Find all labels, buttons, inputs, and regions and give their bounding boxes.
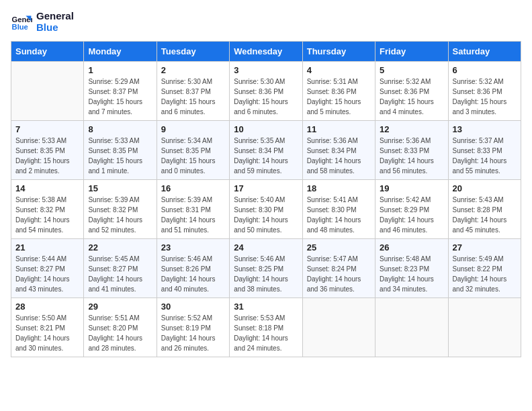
day-info: Sunrise: 5:29 AMSunset: 8:37 PMDaylight:…	[88, 77, 152, 117]
day-info: Sunrise: 5:30 AMSunset: 8:37 PMDaylight:…	[161, 77, 225, 117]
calendar-cell: 4Sunrise: 5:31 AMSunset: 8:36 PMDaylight…	[302, 62, 375, 121]
day-info: Sunrise: 5:39 AMSunset: 8:31 PMDaylight:…	[161, 195, 225, 235]
calendar-cell	[375, 298, 448, 357]
calendar-cell: 20Sunrise: 5:43 AMSunset: 8:28 PMDayligh…	[448, 180, 521, 239]
calendar-cell: 13Sunrise: 5:37 AMSunset: 8:33 PMDayligh…	[448, 121, 521, 180]
calendar-cell: 23Sunrise: 5:46 AMSunset: 8:26 PMDayligh…	[157, 239, 229, 298]
day-number: 8	[88, 124, 152, 134]
day-number: 22	[88, 242, 152, 253]
calendar-cell: 8Sunrise: 5:33 AMSunset: 8:35 PMDaylight…	[84, 121, 157, 180]
day-info: Sunrise: 5:42 AMSunset: 8:29 PMDaylight:…	[380, 195, 443, 235]
calendar-cell: 29Sunrise: 5:51 AMSunset: 8:20 PMDayligh…	[84, 298, 157, 357]
day-number: 25	[307, 242, 371, 253]
weekday-header-tuesday: Tuesday	[157, 42, 229, 62]
calendar-cell: 16Sunrise: 5:39 AMSunset: 8:31 PMDayligh…	[157, 180, 229, 239]
svg-text:Blue: Blue	[12, 23, 28, 31]
day-number: 2	[161, 65, 225, 75]
calendar-table: SundayMondayTuesdayWednesdayThursdayFrid…	[11, 41, 521, 357]
day-info: Sunrise: 5:32 AMSunset: 8:36 PMDaylight:…	[453, 77, 517, 117]
day-number: 12	[380, 124, 443, 134]
calendar-cell: 26Sunrise: 5:48 AMSunset: 8:23 PMDayligh…	[375, 239, 448, 298]
day-number: 15	[88, 183, 152, 193]
day-info: Sunrise: 5:46 AMSunset: 8:26 PMDaylight:…	[161, 254, 225, 294]
day-info: Sunrise: 5:38 AMSunset: 8:32 PMDaylight:…	[15, 195, 79, 235]
day-info: Sunrise: 5:34 AMSunset: 8:35 PMDaylight:…	[161, 136, 225, 176]
calendar-cell: 9Sunrise: 5:34 AMSunset: 8:35 PMDaylight…	[157, 121, 229, 180]
day-number: 19	[380, 183, 443, 193]
calendar-cell: 25Sunrise: 5:47 AMSunset: 8:24 PMDayligh…	[302, 239, 375, 298]
day-number: 11	[307, 124, 371, 134]
day-number: 21	[15, 242, 79, 253]
day-info: Sunrise: 5:45 AMSunset: 8:27 PMDaylight:…	[88, 254, 152, 294]
day-number: 30	[161, 302, 225, 312]
day-info: Sunrise: 5:44 AMSunset: 8:27 PMDaylight:…	[15, 254, 79, 294]
calendar-cell: 22Sunrise: 5:45 AMSunset: 8:27 PMDayligh…	[84, 239, 157, 298]
logo-general: General	[36, 11, 74, 22]
calendar-cell	[302, 298, 375, 357]
day-number: 20	[453, 183, 517, 193]
calendar-cell: 12Sunrise: 5:36 AMSunset: 8:33 PMDayligh…	[375, 121, 448, 180]
weekday-header-wednesday: Wednesday	[230, 42, 302, 62]
calendar-cell: 3Sunrise: 5:30 AMSunset: 8:36 PMDaylight…	[230, 62, 302, 121]
calendar-cell: 11Sunrise: 5:36 AMSunset: 8:34 PMDayligh…	[302, 121, 375, 180]
day-info: Sunrise: 5:32 AMSunset: 8:36 PMDaylight:…	[380, 77, 443, 117]
day-number: 24	[234, 242, 298, 253]
day-info: Sunrise: 5:37 AMSunset: 8:33 PMDaylight:…	[453, 136, 517, 176]
calendar-week-3: 14Sunrise: 5:38 AMSunset: 8:32 PMDayligh…	[11, 180, 521, 239]
day-number: 9	[161, 124, 225, 134]
weekday-header-sunday: Sunday	[11, 42, 84, 62]
calendar-cell: 24Sunrise: 5:46 AMSunset: 8:25 PMDayligh…	[230, 239, 302, 298]
day-number: 17	[234, 183, 298, 193]
calendar-cell: 1Sunrise: 5:29 AMSunset: 8:37 PMDaylight…	[84, 62, 157, 121]
calendar-cell: 19Sunrise: 5:42 AMSunset: 8:29 PMDayligh…	[375, 180, 448, 239]
day-info: Sunrise: 5:30 AMSunset: 8:36 PMDaylight:…	[234, 77, 298, 117]
weekday-header-saturday: Saturday	[448, 42, 521, 62]
logo-blue: Blue	[36, 22, 74, 34]
calendar-week-2: 7Sunrise: 5:33 AMSunset: 8:35 PMDaylight…	[11, 121, 521, 180]
day-info: Sunrise: 5:53 AMSunset: 8:18 PMDaylight:…	[234, 313, 298, 353]
calendar-cell: 7Sunrise: 5:33 AMSunset: 8:35 PMDaylight…	[11, 121, 84, 180]
day-number: 5	[380, 65, 443, 75]
day-info: Sunrise: 5:49 AMSunset: 8:22 PMDaylight:…	[453, 254, 517, 294]
calendar-week-5: 28Sunrise: 5:50 AMSunset: 8:21 PMDayligh…	[11, 298, 521, 357]
day-number: 16	[161, 183, 225, 193]
day-number: 31	[234, 302, 298, 312]
calendar-cell	[11, 62, 84, 121]
weekday-header-row: SundayMondayTuesdayWednesdayThursdayFrid…	[11, 42, 521, 62]
calendar-cell: 6Sunrise: 5:32 AMSunset: 8:36 PMDaylight…	[448, 62, 521, 121]
day-info: Sunrise: 5:35 AMSunset: 8:34 PMDaylight:…	[234, 136, 298, 176]
calendar-cell: 30Sunrise: 5:52 AMSunset: 8:19 PMDayligh…	[157, 298, 229, 357]
calendar-cell: 5Sunrise: 5:32 AMSunset: 8:36 PMDaylight…	[375, 62, 448, 121]
day-info: Sunrise: 5:50 AMSunset: 8:21 PMDaylight:…	[15, 313, 79, 353]
calendar-cell	[448, 298, 521, 357]
day-number: 28	[15, 302, 79, 312]
day-number: 3	[234, 65, 298, 75]
calendar-cell: 21Sunrise: 5:44 AMSunset: 8:27 PMDayligh…	[11, 239, 84, 298]
calendar-cell: 15Sunrise: 5:39 AMSunset: 8:32 PMDayligh…	[84, 180, 157, 239]
day-number: 1	[88, 65, 152, 75]
day-info: Sunrise: 5:40 AMSunset: 8:30 PMDaylight:…	[234, 195, 298, 235]
calendar-body: 1Sunrise: 5:29 AMSunset: 8:37 PMDaylight…	[11, 62, 521, 357]
calendar-week-4: 21Sunrise: 5:44 AMSunset: 8:27 PMDayligh…	[11, 239, 521, 298]
day-number: 23	[161, 242, 225, 253]
page-header: General Blue General Blue	[11, 11, 521, 33]
day-info: Sunrise: 5:47 AMSunset: 8:24 PMDaylight:…	[307, 254, 371, 294]
day-info: Sunrise: 5:52 AMSunset: 8:19 PMDaylight:…	[161, 313, 225, 353]
day-info: Sunrise: 5:36 AMSunset: 8:34 PMDaylight:…	[307, 136, 371, 176]
logo: General Blue General Blue	[11, 11, 74, 33]
calendar-cell: 31Sunrise: 5:53 AMSunset: 8:18 PMDayligh…	[230, 298, 302, 357]
day-number: 18	[307, 183, 371, 193]
calendar-cell: 14Sunrise: 5:38 AMSunset: 8:32 PMDayligh…	[11, 180, 84, 239]
calendar-cell: 27Sunrise: 5:49 AMSunset: 8:22 PMDayligh…	[448, 239, 521, 298]
day-number: 29	[88, 302, 152, 312]
calendar-cell: 28Sunrise: 5:50 AMSunset: 8:21 PMDayligh…	[11, 298, 84, 357]
calendar-cell: 17Sunrise: 5:40 AMSunset: 8:30 PMDayligh…	[230, 180, 302, 239]
weekday-header-thursday: Thursday	[302, 42, 375, 62]
day-number: 14	[15, 183, 79, 193]
day-number: 7	[15, 124, 79, 134]
day-number: 6	[453, 65, 517, 75]
logo-icon: General Blue	[11, 11, 32, 33]
calendar-week-1: 1Sunrise: 5:29 AMSunset: 8:37 PMDaylight…	[11, 62, 521, 121]
day-number: 13	[453, 124, 517, 134]
calendar-cell: 2Sunrise: 5:30 AMSunset: 8:37 PMDaylight…	[157, 62, 229, 121]
